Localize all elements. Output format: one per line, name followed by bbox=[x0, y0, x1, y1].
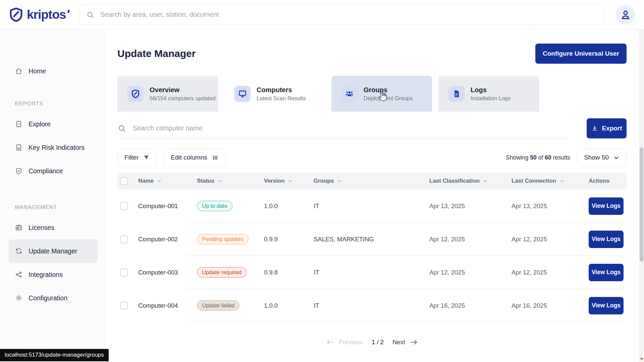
main-content: Update Manager Configure Universal User … bbox=[107, 29, 644, 362]
next-page-button[interactable]: Next bbox=[392, 338, 418, 346]
row-checkbox[interactable] bbox=[120, 235, 128, 243]
page-size-label: Show 50 bbox=[584, 154, 609, 161]
sort-chevron-icon bbox=[337, 179, 342, 183]
sidebar-item-integrations[interactable]: Integrations bbox=[9, 263, 98, 286]
sidebar-item-label: Licenses bbox=[29, 224, 54, 232]
share-nodes-icon bbox=[15, 270, 23, 279]
row-checkbox[interactable] bbox=[120, 268, 128, 277]
computers-table: Name Status Version Groups Last Classifi… bbox=[117, 173, 627, 322]
row-checkbox[interactable] bbox=[120, 302, 128, 310]
version-value: 0.9.8 bbox=[264, 269, 314, 276]
sidebar-item-label: Explore bbox=[29, 120, 51, 128]
table-row: Computer-002 Pending updates 0.9.9 SALES… bbox=[117, 223, 627, 256]
results-summary: Showing 50 of 60 results bbox=[506, 154, 570, 161]
kriptos-shield-icon bbox=[9, 7, 23, 22]
sidebar-item-label: Update Manager bbox=[29, 247, 77, 255]
version-value: 1.0.0 bbox=[264, 302, 314, 309]
table-row: Computer-003 Update required 0.9.8 IT Ap… bbox=[117, 256, 627, 289]
global-search[interactable] bbox=[78, 4, 604, 25]
status-badge: Pending updates bbox=[197, 234, 249, 244]
groups-value: IT bbox=[314, 302, 429, 309]
user-avatar[interactable] bbox=[616, 5, 635, 24]
document-icon bbox=[15, 120, 23, 128]
tab-subtitle: 56/154 computers updated bbox=[150, 95, 215, 102]
scrollbar-thumb[interactable] bbox=[640, 147, 643, 261]
chevron-down-icon bbox=[613, 155, 620, 161]
last-classification-value: Apr 13, 2025 bbox=[429, 202, 512, 210]
column-header-last-classification[interactable]: Last Classification bbox=[429, 178, 512, 184]
file-lines-icon bbox=[448, 86, 465, 102]
filter-button[interactable]: Filter bbox=[117, 148, 157, 167]
tab-groups[interactable]: Groups Deployment Groups bbox=[331, 76, 432, 112]
status-badge: Up to date bbox=[197, 201, 232, 211]
computer-name: Computer-002 bbox=[138, 236, 197, 243]
tab-logs[interactable]: Logs Installation Logs bbox=[438, 76, 539, 112]
brand-trademark-tick bbox=[68, 9, 70, 13]
computer-search-input[interactable] bbox=[133, 124, 570, 132]
table-search-row: Export bbox=[117, 118, 627, 138]
link-status-bar: localhost:5173/update-manager/groups bbox=[0, 349, 109, 361]
page-size-dropdown[interactable]: Show 50 bbox=[577, 148, 627, 167]
vertical-scrollbar[interactable] bbox=[639, 29, 644, 362]
sidebar-item-compliance[interactable]: Compliance bbox=[9, 159, 98, 183]
export-label: Export bbox=[602, 125, 622, 132]
tab-subtitle: Installation Logs bbox=[471, 95, 511, 102]
bar-chart-document-icon bbox=[15, 143, 23, 152]
select-all-checkbox[interactable] bbox=[120, 177, 128, 185]
status-badge: Update failed bbox=[197, 300, 239, 311]
view-logs-button[interactable]: View Logs bbox=[589, 264, 624, 281]
app-window: kriptos Home REPORTS bbox=[0, 0, 644, 362]
scrollbar-down-button[interactable] bbox=[639, 356, 644, 362]
sidebar-item-update-manager[interactable]: Update Manager bbox=[9, 239, 98, 263]
page-indicator: 1 / 2 bbox=[372, 339, 384, 346]
column-header-version[interactable]: Version bbox=[264, 178, 314, 184]
column-header-status[interactable]: Status bbox=[197, 178, 264, 184]
sidebar: Home REPORTS Explore Key Risk Indicators… bbox=[0, 29, 107, 362]
home-icon bbox=[15, 67, 23, 75]
last-classification-value: Apr 16, 2025 bbox=[429, 302, 512, 309]
configure-universal-user-button[interactable]: Configure Universal User bbox=[535, 44, 627, 64]
tab-computers[interactable]: Computers Latest Scan Results bbox=[224, 76, 325, 112]
search-icon bbox=[86, 11, 94, 19]
tab-overview[interactable]: Overview 56/154 computers updated bbox=[117, 76, 218, 112]
column-header-actions: Actions bbox=[588, 178, 627, 184]
computer-search[interactable] bbox=[117, 118, 570, 138]
edit-columns-button[interactable]: Edit columns bbox=[164, 148, 226, 167]
columns-icon bbox=[212, 154, 219, 161]
tab-bar: Overview 56/154 computers updated Comput… bbox=[117, 76, 627, 112]
row-checkbox[interactable] bbox=[120, 202, 128, 210]
sidebar-item-explore[interactable]: Explore bbox=[9, 112, 98, 136]
status-badge: Update required bbox=[197, 267, 247, 278]
table-row: Computer-001 Up to date 1.0.0 IT Apr 13,… bbox=[117, 189, 627, 223]
groups-value: SALES, MARKETING bbox=[314, 236, 429, 243]
download-icon bbox=[591, 125, 598, 132]
column-header-name[interactable]: Name bbox=[138, 178, 197, 184]
version-value: 0.9.9 bbox=[264, 236, 314, 243]
global-search-input[interactable] bbox=[100, 11, 596, 18]
id-card-icon bbox=[15, 224, 23, 232]
sidebar-item-licenses[interactable]: Licenses bbox=[9, 216, 98, 239]
computer-name: Computer-001 bbox=[138, 202, 197, 210]
sidebar-item-key-risk-indicators[interactable]: Key Risk Indicators bbox=[9, 136, 98, 159]
sidebar-section-reports: REPORTS bbox=[15, 101, 107, 107]
view-logs-button[interactable]: View Logs bbox=[589, 297, 624, 314]
tab-subtitle: Latest Scan Results bbox=[257, 95, 306, 102]
pagination: Previous 1 / 2 Next bbox=[117, 338, 627, 346]
sidebar-item-configuration[interactable]: Configuration bbox=[9, 286, 98, 310]
previous-page-button[interactable]: Previous bbox=[326, 338, 363, 346]
page-title: Update Manager bbox=[117, 48, 196, 59]
sidebar-item-home[interactable]: Home bbox=[9, 60, 98, 82]
tab-subtitle: Deployment Groups bbox=[364, 95, 413, 102]
export-button[interactable]: Export bbox=[587, 118, 627, 138]
arrow-left-icon bbox=[326, 338, 334, 346]
sidebar-item-label: Key Risk Indicators bbox=[29, 144, 85, 152]
tab-title: Overview bbox=[150, 86, 215, 94]
sort-chevron-icon bbox=[157, 179, 162, 183]
tab-title: Groups bbox=[364, 86, 413, 94]
column-header-last-connection[interactable]: Last Connection bbox=[512, 178, 588, 184]
column-header-groups[interactable]: Groups bbox=[314, 178, 429, 184]
view-logs-button[interactable]: View Logs bbox=[589, 231, 624, 248]
brand-logo[interactable]: kriptos bbox=[9, 7, 74, 22]
view-logs-button[interactable]: View Logs bbox=[589, 197, 624, 215]
tab-title: Computers bbox=[257, 86, 306, 94]
